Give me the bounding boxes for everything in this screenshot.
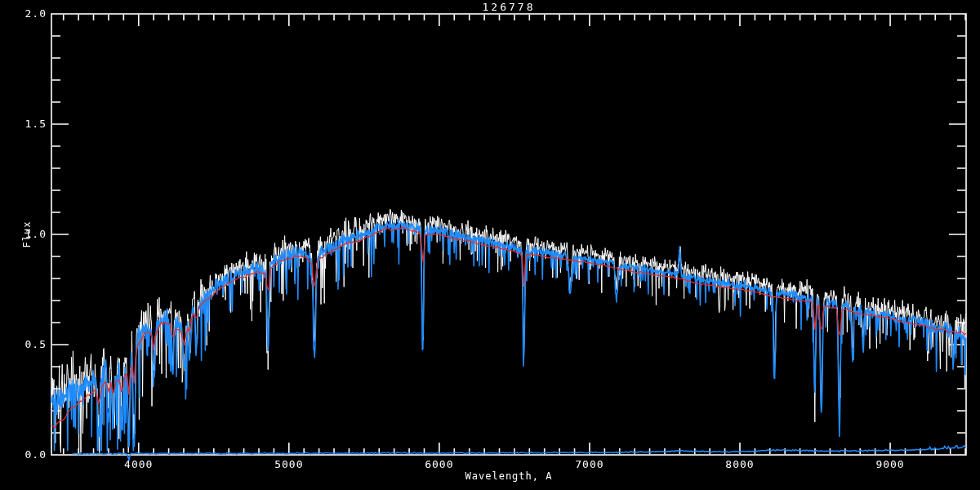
y-tick-label: 2.0: [11, 7, 47, 20]
y-tick-label: 0.0: [11, 448, 47, 461]
x-tick-label: 8000: [711, 458, 768, 470]
x-tick-label: 7000: [561, 458, 618, 470]
plot-title: 126778: [51, 1, 966, 13]
x-tick-label: 6000: [411, 458, 468, 470]
x-tick-label: 4000: [110, 458, 167, 470]
y-tick-label: 0.5: [11, 338, 47, 350]
x-tick-label: 5000: [261, 458, 318, 470]
y-tick-label: 1.5: [11, 118, 47, 130]
y-tick-label: 1.0: [11, 228, 47, 240]
x-tick-label: 9000: [862, 458, 919, 470]
spectrum-plot-canvas: [0, 0, 980, 490]
spectrum-plot: 126778 Flux Wavelength, A 40005000600070…: [0, 0, 980, 490]
x-axis-label: Wavelength, A: [51, 470, 966, 482]
